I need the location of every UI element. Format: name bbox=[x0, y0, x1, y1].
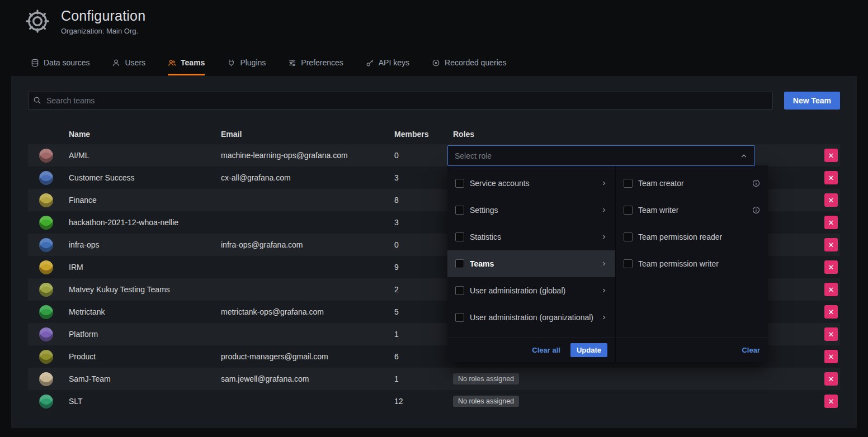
table-row: SLT 12 No roles assigned ✕ bbox=[28, 390, 840, 412]
database-icon bbox=[31, 59, 39, 67]
record-icon bbox=[432, 59, 440, 67]
role-group-statistics[interactable]: Statistics bbox=[447, 224, 615, 250]
delete-team-button[interactable]: ✕ bbox=[824, 238, 838, 251]
clear-button[interactable]: Clear bbox=[742, 346, 760, 354]
role-picker-menus: Service accounts Settings Statistics Tea… bbox=[447, 165, 768, 362]
team-avatar bbox=[39, 327, 53, 341]
role-team-creator[interactable]: Team creator bbox=[616, 170, 768, 197]
checkbox[interactable] bbox=[624, 206, 633, 215]
team-name-link[interactable]: Metrictank bbox=[69, 307, 221, 316]
team-members-count: 5 bbox=[394, 307, 450, 316]
team-members-count: 3 bbox=[394, 173, 450, 182]
column-header-name: Name bbox=[69, 130, 221, 139]
delete-team-button[interactable]: ✕ bbox=[824, 305, 838, 319]
role-picker-select[interactable]: Select role bbox=[447, 145, 755, 166]
tab-label: Users bbox=[125, 58, 145, 67]
chevron-right-icon bbox=[598, 260, 607, 267]
team-members-count: 6 bbox=[394, 352, 450, 361]
no-roles-badge: No roles assigned bbox=[453, 396, 519, 407]
team-name-link[interactable]: SamJ-Team bbox=[69, 374, 221, 383]
team-name-link[interactable]: infra-ops bbox=[69, 240, 221, 249]
new-team-button[interactable]: New Team bbox=[784, 92, 840, 110]
team-name-link[interactable]: AI/ML bbox=[69, 151, 221, 160]
no-roles-badge: No roles assigned bbox=[453, 373, 519, 384]
page-header: Configuration Organization: Main Org. bbox=[25, 8, 145, 35]
team-avatar bbox=[39, 395, 53, 408]
role-team-permission-writer[interactable]: Team permission writer bbox=[616, 250, 768, 277]
delete-team-button[interactable]: ✕ bbox=[824, 149, 838, 162]
tab-label: Teams bbox=[181, 58, 205, 67]
config-tabbar: Data sources Users Teams Plugins bbox=[31, 58, 507, 75]
teams-roles-submenu: Team creator Team writer Team permission… bbox=[615, 165, 768, 362]
checkbox[interactable] bbox=[624, 259, 633, 268]
team-email: product-managers@gmail.com bbox=[221, 352, 394, 361]
team-name-link[interactable]: IRM bbox=[69, 263, 221, 272]
team-avatar bbox=[39, 283, 53, 297]
delete-team-button[interactable]: ✕ bbox=[824, 283, 838, 296]
team-avatar bbox=[39, 305, 53, 319]
checkbox[interactable] bbox=[455, 286, 464, 295]
role-group-user-admin-org[interactable]: User administration (organizational) bbox=[447, 304, 615, 331]
role-group-teams[interactable]: Teams bbox=[447, 250, 615, 277]
checkbox[interactable] bbox=[455, 259, 464, 268]
chevron-up-icon[interactable] bbox=[740, 152, 748, 160]
team-name-link[interactable]: Finance bbox=[69, 196, 221, 205]
tab-recorded-queries[interactable]: Recorded queries bbox=[432, 58, 507, 75]
role-group-settings[interactable]: Settings bbox=[447, 197, 615, 224]
team-members-count: 0 bbox=[394, 240, 450, 249]
checkbox[interactable] bbox=[624, 179, 633, 188]
team-name-link[interactable]: Platform bbox=[69, 330, 221, 339]
team-email: machine-learning-ops@grafana.com bbox=[221, 151, 394, 160]
role-group-service-accounts[interactable]: Service accounts bbox=[447, 170, 615, 197]
user-icon bbox=[112, 59, 120, 67]
update-button[interactable]: Update bbox=[570, 343, 607, 357]
close-icon: ✕ bbox=[828, 152, 834, 159]
tab-users[interactable]: Users bbox=[112, 58, 145, 75]
teams-table-header: Name Email Members Roles bbox=[28, 124, 840, 144]
role-group-user-admin-global[interactable]: User administration (global) bbox=[447, 277, 615, 304]
checkbox[interactable] bbox=[455, 313, 464, 322]
team-name-link[interactable]: Customer Success bbox=[69, 173, 221, 182]
search-teams-input[interactable] bbox=[28, 92, 773, 110]
checkbox[interactable] bbox=[455, 232, 464, 241]
tab-label: Preferences bbox=[301, 58, 343, 67]
close-icon: ✕ bbox=[828, 376, 834, 383]
delete-team-button[interactable]: ✕ bbox=[824, 350, 838, 363]
delete-team-button[interactable]: ✕ bbox=[824, 260, 838, 274]
close-icon: ✕ bbox=[828, 286, 834, 293]
delete-team-button[interactable]: ✕ bbox=[824, 193, 838, 207]
checkbox[interactable] bbox=[455, 206, 464, 215]
tab-plugins[interactable]: Plugins bbox=[227, 58, 266, 75]
tab-api-keys[interactable]: API keys bbox=[366, 58, 409, 75]
tab-teams[interactable]: Teams bbox=[168, 58, 205, 75]
team-name-link[interactable]: Product bbox=[69, 352, 221, 361]
delete-team-button[interactable]: ✕ bbox=[824, 171, 838, 184]
checkbox[interactable] bbox=[455, 179, 464, 188]
delete-team-button[interactable]: ✕ bbox=[824, 372, 838, 386]
tab-preferences[interactable]: Preferences bbox=[288, 58, 343, 75]
delete-team-button[interactable]: ✕ bbox=[824, 395, 838, 408]
close-icon: ✕ bbox=[828, 197, 834, 204]
delete-team-button[interactable]: ✕ bbox=[824, 327, 838, 341]
delete-team-button[interactable]: ✕ bbox=[824, 216, 838, 229]
chevron-right-icon bbox=[598, 314, 607, 321]
role-team-permission-reader[interactable]: Team permission reader bbox=[616, 224, 768, 250]
team-name-link[interactable]: hackathon-2021-12-whoa-nellie bbox=[69, 218, 221, 227]
team-avatar bbox=[39, 149, 53, 163]
clear-all-button[interactable]: Clear all bbox=[532, 346, 560, 354]
checkbox[interactable] bbox=[624, 232, 633, 241]
table-row: SamJ-Team sam.jewell@grafana.com 1 No ro… bbox=[28, 368, 840, 390]
role-team-writer[interactable]: Team writer bbox=[616, 197, 768, 224]
team-name-link[interactable]: SLT bbox=[69, 397, 221, 406]
close-icon: ✕ bbox=[828, 398, 834, 405]
team-email: metrictank-ops@grafana.com bbox=[221, 307, 394, 316]
team-members-count: 12 bbox=[394, 397, 450, 406]
tab-data-sources[interactable]: Data sources bbox=[31, 58, 89, 75]
team-avatar bbox=[39, 372, 53, 386]
info-icon[interactable] bbox=[752, 206, 760, 214]
search-icon bbox=[33, 96, 41, 104]
column-header-roles: Roles bbox=[450, 130, 809, 139]
team-name-link[interactable]: Matvey Kukuy Testing Teams bbox=[69, 285, 221, 294]
team-avatar bbox=[39, 350, 53, 364]
info-icon[interactable] bbox=[752, 179, 760, 187]
